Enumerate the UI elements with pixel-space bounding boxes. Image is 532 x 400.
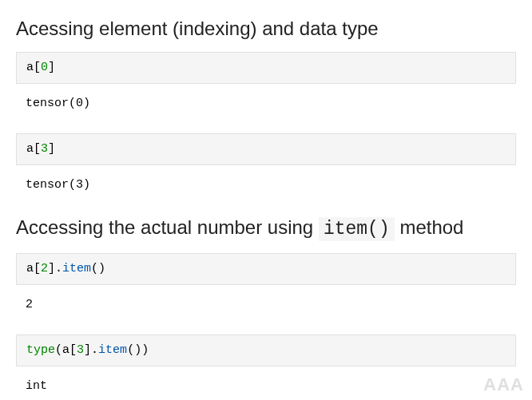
code-cell-a2-item: a[2].item() xyxy=(16,253,516,285)
code-cell-type-a3-item: type(a[3].item()) xyxy=(16,335,516,366)
inline-code-item: item() xyxy=(319,217,395,241)
output-cell-a3: tensor(3) xyxy=(16,168,516,207)
code-token: item xyxy=(98,343,127,357)
code-token: ] xyxy=(84,343,91,357)
code-token: ] xyxy=(48,142,55,156)
code-token: a xyxy=(62,343,69,357)
code-token: 3 xyxy=(41,142,48,156)
code-token: 3 xyxy=(77,343,84,357)
code-token: . xyxy=(55,262,62,275)
code-token: . xyxy=(91,343,98,357)
code-token: a xyxy=(26,262,34,275)
section-heading-item: Accessing the actual number using item()… xyxy=(16,215,516,242)
code-token: type xyxy=(26,343,55,357)
code-token: ) xyxy=(141,343,149,357)
code-token: [ xyxy=(34,142,41,156)
section-heading-indexing: Acessing element (indexing) and data typ… xyxy=(16,16,516,41)
code-token: a xyxy=(26,142,34,156)
code-cell-a3: a[3] xyxy=(16,133,516,165)
code-token: [ xyxy=(34,61,41,74)
output-cell-a0: tensor(0) xyxy=(16,87,516,125)
code-token: ] xyxy=(48,262,55,275)
heading-text-post: method xyxy=(395,216,464,238)
code-token: item xyxy=(62,262,91,275)
code-token: a xyxy=(26,61,34,74)
code-token: [ xyxy=(34,262,41,275)
code-token: 2 xyxy=(41,262,48,275)
code-cell-a0: a[0] xyxy=(16,52,516,84)
code-token: () xyxy=(127,343,141,357)
output-cell-a2-item: 2 xyxy=(16,288,516,327)
code-token: ( xyxy=(55,343,62,357)
code-token: 0 xyxy=(41,61,48,74)
code-token: [ xyxy=(69,343,77,357)
heading-text-pre: Accessing the actual number using xyxy=(16,216,319,238)
code-token: ] xyxy=(48,61,55,74)
output-cell-type-a3-item: int xyxy=(16,370,516,400)
code-token: () xyxy=(91,262,105,275)
